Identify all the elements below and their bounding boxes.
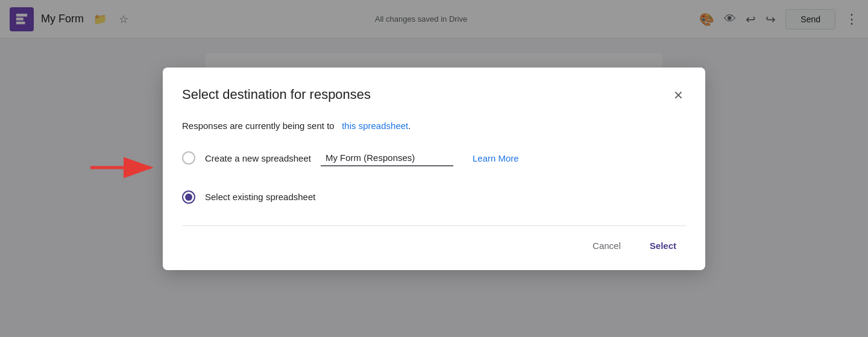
select-existing-radio[interactable] [182, 191, 195, 204]
red-arrow-annotation [90, 153, 157, 185]
create-new-radio[interactable] [182, 151, 195, 165]
dialog-header: Select destination for responses ✕ [182, 87, 686, 104]
create-new-label: Create a new spreadsheet [205, 153, 311, 163]
select-existing-label: Select existing spreadsheet [205, 192, 315, 202]
learn-more-link[interactable]: Learn More [473, 153, 519, 163]
create-new-option: Create a new spreadsheet Learn More [182, 148, 686, 169]
dialog-footer: Cancel Select [182, 225, 686, 256]
dialog-overlay: Select destination for responses ✕ Respo… [0, 0, 868, 337]
close-dialog-button[interactable]: ✕ [671, 87, 686, 104]
dialog-subtitle: Responses are currently being sent to th… [182, 121, 686, 131]
dialog-title: Select destination for responses [182, 87, 371, 102]
spreadsheet-name-input[interactable] [321, 150, 453, 166]
select-destination-dialog: Select destination for responses ✕ Respo… [163, 68, 705, 270]
select-button[interactable]: Select [640, 236, 686, 256]
subtitle-period: . [408, 121, 410, 131]
spreadsheet-link[interactable]: this spreadsheet [342, 121, 408, 131]
subtitle-text: Responses are currently being sent to [182, 121, 335, 131]
select-existing-option: Select existing spreadsheet [182, 188, 686, 206]
cancel-button[interactable]: Cancel [583, 236, 631, 256]
